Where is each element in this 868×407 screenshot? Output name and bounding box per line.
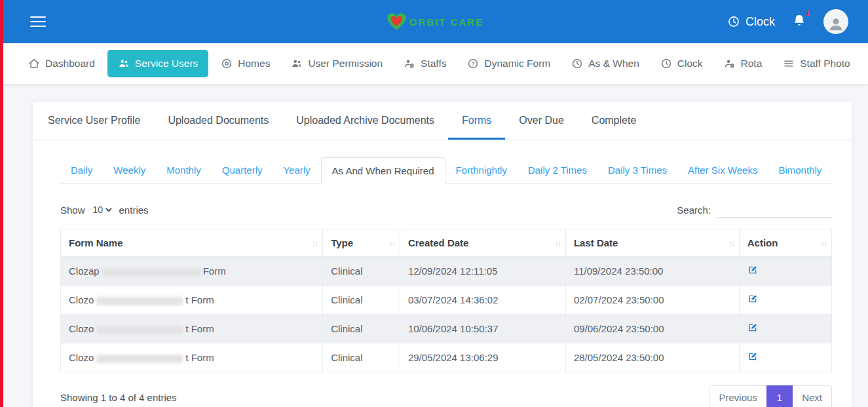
nav-item-staff-photo[interactable]: Staff Photo bbox=[774, 50, 858, 77]
col-header-last-date[interactable]: Last Date↑↓ bbox=[565, 229, 739, 257]
users-icon bbox=[291, 58, 303, 69]
list-icon bbox=[783, 58, 795, 69]
subtab-monthly[interactable]: Monthly bbox=[156, 157, 212, 184]
nav-item-rota[interactable]: Rota bbox=[715, 50, 771, 77]
cell-created-date: 29/05/2024 13:06:29 bbox=[400, 343, 565, 372]
hamburger-menu-icon[interactable] bbox=[30, 13, 46, 30]
cell-form-name: Clozot Form bbox=[61, 315, 323, 343]
target-icon bbox=[221, 58, 233, 69]
redacted-text bbox=[96, 297, 183, 305]
form-name-end: t Form bbox=[185, 294, 214, 305]
nav-item-service-users[interactable]: Service Users bbox=[107, 50, 208, 77]
sort-icon: ↑↓ bbox=[728, 239, 734, 247]
nav-label: Homes bbox=[238, 58, 270, 69]
edit-icon[interactable] bbox=[747, 294, 758, 306]
heart-logo-icon bbox=[385, 10, 408, 33]
tab-service-user-profile[interactable]: Service User Profile bbox=[34, 102, 154, 140]
col-header-type[interactable]: Type↑↓ bbox=[323, 229, 400, 257]
cell-action bbox=[739, 286, 831, 315]
cell-type: Clinical bbox=[323, 257, 400, 286]
subtab-daily-2-times[interactable]: Daily 2 Times bbox=[518, 157, 597, 184]
redacted-text bbox=[102, 268, 200, 277]
nav-item-clock[interactable]: Clock bbox=[652, 50, 711, 77]
subtab-bimonthly[interactable]: Bimonthly bbox=[768, 157, 832, 184]
table-row: Clozot Form Clinical 03/07/2024 14:36:02… bbox=[61, 286, 832, 315]
page-1-button[interactable]: 1 bbox=[766, 385, 793, 407]
subtab-after-six-weeks[interactable]: After Six Weeks bbox=[677, 157, 768, 184]
table-footer: Showing 1 to 4 of 4 entries Previous 1 N… bbox=[60, 385, 832, 407]
sort-icon: ↑↓ bbox=[312, 239, 318, 247]
nav-label: Rota bbox=[741, 58, 763, 69]
nav-label: Staff Photo bbox=[800, 58, 850, 69]
header-clock-button[interactable]: Clock bbox=[727, 15, 775, 29]
table-row: Clozot Form Clinical 29/05/2024 13:06:29… bbox=[61, 343, 832, 372]
edit-icon[interactable] bbox=[747, 322, 758, 335]
notification-badge: 1 bbox=[806, 9, 810, 17]
tab-over-due[interactable]: Over Due bbox=[505, 102, 577, 140]
col-label: Last Date bbox=[574, 237, 618, 248]
nav-label: Dashboard bbox=[45, 58, 95, 69]
bell-icon bbox=[792, 13, 806, 28]
notifications-button[interactable]: 1 bbox=[792, 13, 806, 30]
nav-item-dynamic-form[interactable]: Dynamic Form bbox=[459, 50, 559, 77]
table-row: Clozot Form Clinical 10/06/2024 10:50:37… bbox=[61, 315, 832, 343]
table-header-row: Form Name↑↓ Type↑↓ Created Date↑↓ Last D… bbox=[61, 229, 832, 257]
content-card: Service User Profile Uploaded Documents … bbox=[33, 102, 852, 407]
tab-complete[interactable]: Complete bbox=[578, 102, 650, 140]
subtab-daily-3-times[interactable]: Daily 3 Times bbox=[597, 157, 677, 184]
col-header-form-name[interactable]: Form Name↑↓ bbox=[61, 229, 323, 257]
cell-created-date: 10/06/2024 10:50:37 bbox=[400, 315, 565, 343]
sort-icon: ↑↓ bbox=[389, 239, 395, 247]
redacted-text bbox=[96, 326, 183, 334]
cell-action bbox=[739, 315, 831, 343]
subtab-as-and-when-required[interactable]: As And When Required bbox=[321, 157, 445, 184]
previous-button[interactable]: Previous bbox=[709, 385, 766, 407]
nav-label: User Permission bbox=[308, 58, 383, 69]
subtab-weekly[interactable]: Weekly bbox=[103, 157, 156, 184]
nav-label: As & When bbox=[588, 58, 639, 69]
page-size-select[interactable]: 10 bbox=[90, 204, 114, 216]
form-name-start: Clozo bbox=[69, 294, 94, 305]
nav-item-as-and-when[interactable]: As & When bbox=[563, 50, 648, 77]
main-nav: Dashboard Service Users Homes User Permi… bbox=[0, 43, 868, 84]
nav-item-homes[interactable]: Homes bbox=[212, 50, 278, 77]
edit-icon[interactable] bbox=[747, 351, 758, 364]
col-label: Form Name bbox=[69, 237, 123, 248]
tab-uploaded-documents[interactable]: Uploaded Documents bbox=[154, 102, 282, 140]
form-name-start: Clozo bbox=[69, 352, 94, 363]
cell-type: Clinical bbox=[323, 315, 400, 343]
col-label: Created Date bbox=[408, 237, 469, 248]
brand-name: ORBIT CARE bbox=[409, 16, 483, 28]
person-icon bbox=[827, 15, 844, 32]
cell-action bbox=[739, 343, 831, 372]
cell-form-name: ClozapForm bbox=[61, 257, 323, 286]
col-label: Type bbox=[331, 237, 353, 248]
tab-forms[interactable]: Forms bbox=[448, 102, 505, 140]
redacted-text bbox=[96, 355, 183, 363]
nav-item-staffs[interactable]: Staffs bbox=[395, 50, 455, 77]
search-input[interactable] bbox=[717, 201, 832, 218]
subtab-forthnightly[interactable]: Forthnightly bbox=[445, 157, 518, 184]
nav-item-dashboard[interactable]: Dashboard bbox=[20, 50, 104, 77]
col-header-created-date[interactable]: Created Date↑↓ bbox=[400, 229, 565, 257]
cell-created-date: 03/07/2024 14:36:02 bbox=[400, 286, 565, 315]
table-controls: Show 10 entries Search: bbox=[60, 201, 832, 218]
subtab-daily[interactable]: Daily bbox=[60, 157, 103, 184]
show-label: Show bbox=[60, 204, 85, 216]
user-avatar[interactable] bbox=[823, 9, 848, 34]
subtab-quarterly[interactable]: Quarterly bbox=[212, 157, 273, 184]
cell-last-date: 02/07/2024 23:50:00 bbox=[565, 286, 739, 315]
sort-icon: ↑↓ bbox=[555, 239, 561, 247]
cell-type: Clinical bbox=[323, 286, 400, 315]
brand-logo: ORBIT CARE bbox=[385, 10, 483, 33]
col-header-action[interactable]: Action↑↓ bbox=[739, 229, 831, 257]
edit-icon[interactable] bbox=[747, 265, 758, 277]
subtab-yearly[interactable]: Yearly bbox=[273, 157, 320, 184]
forms-table: Form Name↑↓ Type↑↓ Created Date↑↓ Last D… bbox=[60, 229, 832, 372]
clock-circle-icon bbox=[660, 58, 672, 69]
nav-label: Dynamic Form bbox=[484, 58, 550, 69]
nav-item-user-permission[interactable]: User Permission bbox=[282, 50, 391, 77]
next-button[interactable]: Next bbox=[792, 385, 832, 407]
tab-uploaded-archive-documents[interactable]: Uploaded Archive Documents bbox=[282, 102, 448, 140]
user-gear-icon bbox=[724, 58, 736, 69]
